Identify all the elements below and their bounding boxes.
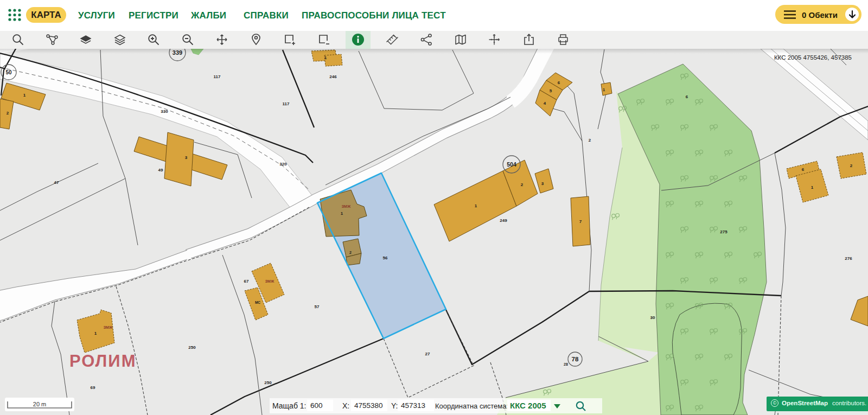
svg-text:ЗМЖ: ЗМЖ (342, 205, 351, 208)
svg-text:1: 1 (811, 185, 814, 190)
svg-text:49: 49 (158, 168, 163, 173)
svg-text:1: 1 (94, 331, 97, 336)
svg-text:6: 6 (686, 94, 688, 99)
svg-text:1: 1 (341, 211, 343, 216)
svg-text:1: 1 (475, 203, 477, 208)
svg-text:320: 320 (279, 162, 287, 167)
svg-text:1: 1 (23, 93, 26, 98)
svg-text:57: 57 (315, 304, 320, 309)
svg-text:1: 1 (324, 55, 327, 60)
svg-text:246: 246 (329, 74, 337, 79)
svg-text:56: 56 (383, 256, 388, 260)
svg-text:27: 27 (425, 352, 430, 356)
svg-text:276: 276 (845, 256, 852, 261)
svg-text:2: 2 (521, 182, 524, 187)
svg-text:ККС 2005 4755426, 457385: ККС 2005 4755426, 457385 (774, 54, 852, 61)
svg-text:249: 249 (500, 218, 507, 223)
svg-text:5: 5 (550, 88, 552, 93)
svg-text:330: 330 (161, 109, 168, 114)
svg-text:69: 69 (91, 385, 95, 390)
svg-text:4: 4 (544, 101, 546, 106)
svg-text:250: 250 (264, 380, 272, 385)
svg-text:50: 50 (5, 69, 12, 75)
svg-text:МС: МС (255, 301, 260, 304)
svg-text:28: 28 (564, 362, 568, 366)
svg-text:250: 250 (188, 345, 196, 350)
svg-text:7: 7 (579, 219, 582, 224)
svg-text:2: 2 (850, 163, 853, 168)
svg-text:2: 2 (349, 251, 352, 254)
svg-text:РОЛИМ: РОЛИМ (69, 352, 136, 371)
svg-text:2: 2 (7, 111, 9, 116)
svg-text:ЗМЖ: ЗМЖ (265, 279, 275, 283)
svg-text:117: 117 (214, 74, 221, 79)
svg-text:1: 1 (603, 87, 605, 92)
svg-text:504: 504 (507, 161, 516, 168)
svg-text:47: 47 (54, 180, 59, 185)
svg-text:3: 3 (185, 155, 188, 160)
svg-text:3: 3 (541, 181, 544, 186)
svg-text:20 m: 20 m (33, 401, 46, 407)
svg-text:6: 6 (802, 167, 805, 172)
svg-text:275: 275 (720, 229, 727, 234)
svg-text:117: 117 (283, 101, 290, 106)
svg-text:6: 6 (558, 80, 560, 85)
svg-text:67: 67 (244, 279, 249, 284)
svg-text:78: 78 (572, 356, 579, 362)
svg-text:ЗМЖ: ЗМЖ (104, 325, 113, 329)
svg-text:30: 30 (650, 315, 655, 320)
svg-text:2: 2 (589, 138, 591, 143)
